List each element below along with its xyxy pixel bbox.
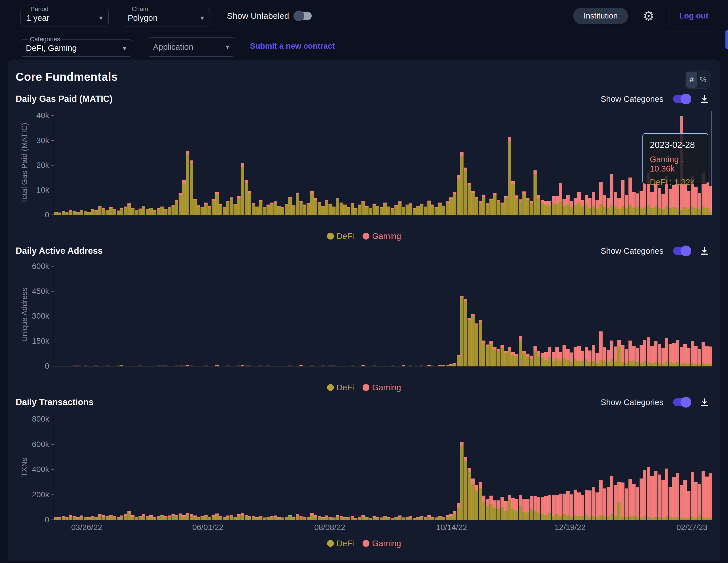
bar[interactable]	[146, 414, 149, 520]
bar[interactable]	[566, 263, 570, 367]
bar[interactable]	[387, 111, 390, 215]
bar[interactable]	[394, 111, 398, 215]
bar[interactable]	[471, 111, 475, 215]
bar[interactable]	[340, 414, 343, 520]
bar[interactable]	[127, 111, 131, 215]
bar[interactable]	[288, 111, 292, 215]
bar[interactable]	[296, 263, 299, 367]
bar[interactable]	[482, 263, 486, 367]
bar[interactable]	[215, 263, 219, 367]
bar[interactable]	[212, 414, 215, 520]
bar[interactable]	[640, 414, 643, 520]
bar[interactable]	[511, 414, 515, 520]
bar[interactable]	[91, 414, 94, 520]
bar[interactable]	[442, 414, 445, 520]
bar[interactable]	[255, 414, 259, 520]
bar[interactable]	[526, 263, 530, 367]
bar[interactable]	[398, 111, 402, 215]
bar[interactable]	[351, 414, 354, 520]
bar[interactable]	[552, 414, 555, 520]
bar[interactable]	[200, 111, 204, 215]
bar[interactable]	[552, 263, 555, 367]
bar[interactable]	[84, 263, 87, 367]
bar[interactable]	[643, 414, 646, 520]
bar[interactable]	[391, 263, 394, 367]
bar[interactable]	[431, 414, 435, 520]
bar[interactable]	[482, 111, 486, 215]
bar[interactable]	[160, 111, 164, 215]
download-icon[interactable]	[699, 94, 710, 104]
bar[interactable]	[237, 263, 241, 367]
bar[interactable]	[603, 263, 606, 367]
bar[interactable]	[281, 263, 284, 367]
bar[interactable]	[274, 111, 277, 215]
bar[interactable]	[376, 263, 380, 367]
bar[interactable]	[562, 414, 566, 520]
bar[interactable]	[658, 263, 661, 367]
bar[interactable]	[592, 414, 595, 520]
bar[interactable]	[102, 263, 105, 367]
bar[interactable]	[398, 414, 402, 520]
logout-button[interactable]: Log out	[669, 7, 718, 25]
bar[interactable]	[654, 414, 657, 520]
bar[interactable]	[562, 111, 566, 215]
bar[interactable]	[233, 111, 237, 215]
bar[interactable]	[519, 414, 522, 520]
bar[interactable]	[628, 111, 632, 215]
bar[interactable]	[263, 263, 266, 367]
bar[interactable]	[636, 263, 639, 367]
bar[interactable]	[307, 111, 310, 215]
bar[interactable]	[113, 414, 116, 520]
bar[interactable]	[562, 263, 566, 367]
bar[interactable]	[585, 414, 588, 520]
bar[interactable]	[607, 111, 610, 215]
institution-button[interactable]: Institution	[573, 8, 628, 24]
bar[interactable]	[248, 111, 252, 215]
bar[interactable]	[84, 414, 87, 520]
bar[interactable]	[380, 263, 383, 367]
bar[interactable]	[581, 263, 584, 367]
bar[interactable]	[574, 414, 577, 520]
bar[interactable]	[193, 111, 197, 215]
bar[interactable]	[223, 263, 226, 367]
bar[interactable]	[548, 414, 551, 520]
bar[interactable]	[292, 263, 295, 367]
bar[interactable]	[438, 263, 442, 367]
bar[interactable]	[332, 111, 336, 215]
bar[interactable]	[669, 263, 672, 367]
bar[interactable]	[380, 414, 383, 520]
bar[interactable]	[595, 414, 599, 520]
bar[interactable]	[303, 111, 306, 215]
submit-contract-link[interactable]: Submit a new contract	[250, 42, 335, 51]
bar[interactable]	[394, 263, 398, 367]
bar[interactable]	[285, 414, 288, 520]
bar[interactable]	[387, 263, 390, 367]
bar[interactable]	[94, 414, 98, 520]
bar[interactable]	[127, 263, 131, 367]
bar[interactable]	[650, 263, 654, 367]
bar[interactable]	[98, 111, 102, 215]
bar[interactable]	[365, 111, 369, 215]
bar[interactable]	[186, 111, 189, 215]
bar[interactable]	[493, 414, 497, 520]
bar[interactable]	[358, 111, 361, 215]
bar[interactable]	[54, 111, 58, 215]
bar[interactable]	[270, 414, 274, 520]
plot-area[interactable]	[54, 414, 712, 520]
bar[interactable]	[321, 111, 325, 215]
legend-item-gaming[interactable]: Gaming	[363, 539, 401, 548]
bar[interactable]	[694, 414, 698, 520]
bar[interactable]	[365, 414, 369, 520]
bar[interactable]	[76, 263, 80, 367]
bar[interactable]	[98, 414, 102, 520]
bar[interactable]	[274, 414, 277, 520]
bar[interactable]	[515, 263, 518, 367]
legend-item-defi[interactable]: DeFi	[327, 539, 354, 548]
bar[interactable]	[226, 414, 229, 520]
bar[interactable]	[581, 111, 584, 215]
bar[interactable]	[157, 414, 160, 520]
bar[interactable]	[504, 111, 508, 215]
bar[interactable]	[446, 414, 449, 520]
legend-item-defi[interactable]: DeFi	[327, 383, 354, 392]
bar[interactable]	[438, 111, 442, 215]
